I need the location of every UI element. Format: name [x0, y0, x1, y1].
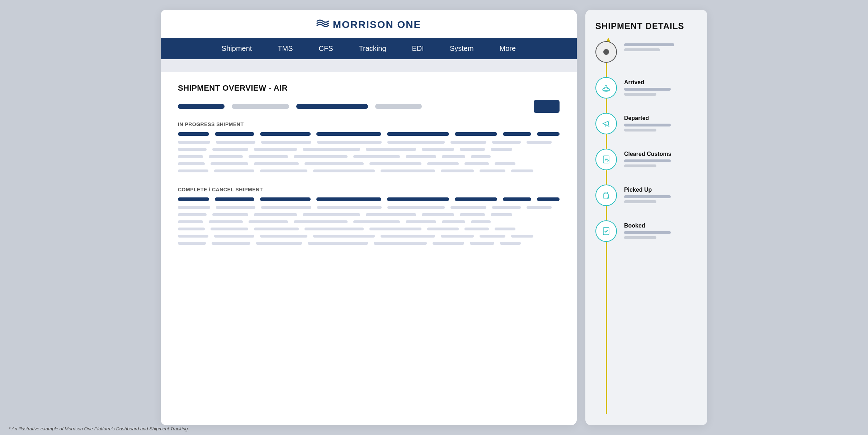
panel-title: SHIPMENT DETAILS	[595, 21, 697, 31]
table-row	[178, 155, 560, 158]
header: MORRISON ONE Shipment TMS CFS Tracking E…	[161, 10, 577, 59]
nav-shipment[interactable]: Shipment	[217, 38, 256, 59]
nav-edi[interactable]: EDI	[408, 38, 428, 59]
timeline-item-departed: Departed	[595, 113, 697, 134]
table-row	[178, 206, 560, 209]
timeline-item-pickup: Picked Up	[595, 185, 697, 206]
table-row	[178, 220, 560, 223]
timeline-item-booked: Booked	[595, 220, 697, 242]
col-header-7	[503, 132, 531, 136]
nav-system[interactable]: System	[445, 38, 478, 59]
right-panel: SHIPMENT DETAILS ▲	[585, 10, 707, 425]
table-header-row-2	[178, 197, 560, 201]
filter-pill-3[interactable]	[296, 104, 368, 109]
timeline-content-departed: Departed	[624, 113, 697, 132]
pickup-label: Picked Up	[624, 187, 697, 193]
table-row	[178, 141, 560, 144]
departed-label: Departed	[624, 115, 697, 121]
logo-text: MORRISON ONE	[333, 19, 421, 30]
in-progress-section: IN PROGRESS SHIPMENT	[178, 121, 560, 172]
complete-cancel-label: COMPLETE / CANCEL SHIPMENT	[178, 187, 560, 192]
nav-cfs[interactable]: CFS	[315, 38, 338, 59]
col-header-8	[537, 132, 560, 136]
customs-label: Cleared Customs	[624, 151, 697, 157]
timeline-icon-customs	[595, 149, 617, 170]
timeline-content-customs: Cleared Customs	[624, 149, 697, 167]
nav-bar: Shipment TMS CFS Tracking EDI System Mor…	[161, 38, 577, 59]
complete-cancel-section: COMPLETE / CANCEL SHIPMENT	[178, 187, 560, 245]
logo-icon	[316, 18, 329, 31]
col-header-5	[387, 132, 449, 136]
col-header-4	[316, 132, 381, 136]
timeline-item-arrived: Arrived	[595, 77, 697, 99]
nav-tms[interactable]: TMS	[273, 38, 297, 59]
col-header-3	[260, 132, 311, 136]
filter-pill-2[interactable]	[232, 104, 289, 109]
footer-note: * An illustrative example of Morrison On…	[9, 426, 189, 431]
timeline-icon-ship	[595, 77, 617, 99]
table-row	[178, 162, 560, 165]
timeline-content-current	[624, 41, 697, 51]
timeline-content-arrived: Arrived	[624, 77, 697, 96]
col-header-2	[215, 132, 254, 136]
booked-label: Booked	[624, 223, 697, 229]
col-header-6	[455, 132, 497, 136]
table-row	[178, 169, 560, 172]
section-title: SHIPMENT OVERVIEW - AIR	[178, 83, 560, 93]
timeline-icon-plane	[595, 113, 617, 134]
timeline-item-current	[595, 41, 697, 63]
svg-rect-3	[603, 228, 609, 235]
table-row	[178, 228, 560, 230]
timeline-item-customs: Cleared Customs	[595, 149, 697, 170]
main-panel: MORRISON ONE Shipment TMS CFS Tracking E…	[161, 10, 577, 425]
timeline-content-pickup: Picked Up	[624, 185, 697, 203]
col-header-1	[178, 132, 209, 136]
timeline-content-booked: Booked	[624, 220, 697, 239]
nav-tracking[interactable]: Tracking	[355, 38, 391, 59]
filter-bar	[178, 100, 560, 113]
timeline-icon-pickup	[595, 185, 617, 206]
filter-pill-1[interactable]	[178, 104, 225, 109]
filter-pill-4[interactable]	[375, 104, 422, 109]
nav-more[interactable]: More	[495, 38, 520, 59]
svg-rect-1	[603, 194, 608, 198]
in-progress-label: IN PROGRESS SHIPMENT	[178, 121, 560, 127]
sub-header-strip	[161, 59, 577, 72]
table-row	[178, 213, 560, 216]
content-area: SHIPMENT OVERVIEW - AIR IN PROGRESS SHIP…	[161, 72, 577, 425]
timeline-icon-book	[595, 220, 617, 242]
timeline: ▲ Arrived	[595, 41, 697, 414]
table-row	[178, 235, 560, 238]
logo-area: MORRISON ONE	[316, 18, 421, 31]
filter-button[interactable]	[534, 100, 560, 113]
arrived-label: Arrived	[624, 79, 697, 86]
table-row	[178, 242, 560, 245]
table-header-row	[178, 132, 560, 136]
table-row	[178, 148, 560, 151]
timeline-icon-current	[595, 41, 617, 63]
